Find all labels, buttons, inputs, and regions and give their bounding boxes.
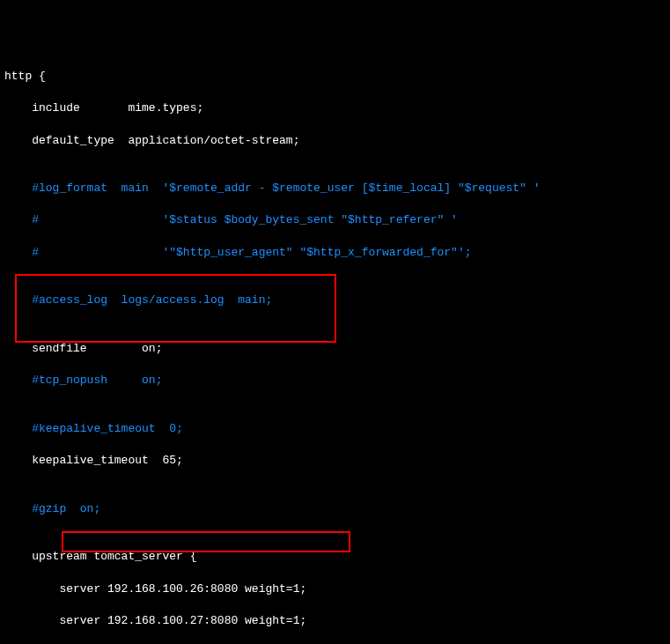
code-line-highlighted: server 192.168.100.26:8080 weight=1; bbox=[4, 581, 666, 597]
code-line: http { bbox=[4, 69, 666, 85]
code-comment: # '$status $body_bytes_sent "$http_refer… bbox=[4, 212, 666, 228]
code-line: default_type application/octet-stream; bbox=[4, 133, 666, 149]
code-line: include mime.types; bbox=[4, 100, 666, 116]
code-line: keepalive_timeout 65; bbox=[4, 453, 666, 469]
code-comment: #tcp_nopush on; bbox=[4, 373, 666, 389]
code-comment: #log_format main '$remote_addr - $remote… bbox=[4, 181, 666, 196]
code-line-highlighted: server 192.168.100.27:8080 weight=1; bbox=[4, 613, 666, 629]
code-comment: # '"$http_user_agent" "$http_x_forwarded… bbox=[4, 245, 666, 261]
code-comment: #keepalive_timeout 0; bbox=[4, 421, 666, 437]
code-line: sendfile on; bbox=[4, 341, 666, 357]
code-comment: #access_log logs/access.log main; bbox=[4, 292, 666, 308]
code-comment: #gzip on; bbox=[4, 501, 666, 517]
code-line-highlighted: upstream tomcat_server { bbox=[4, 549, 666, 565]
